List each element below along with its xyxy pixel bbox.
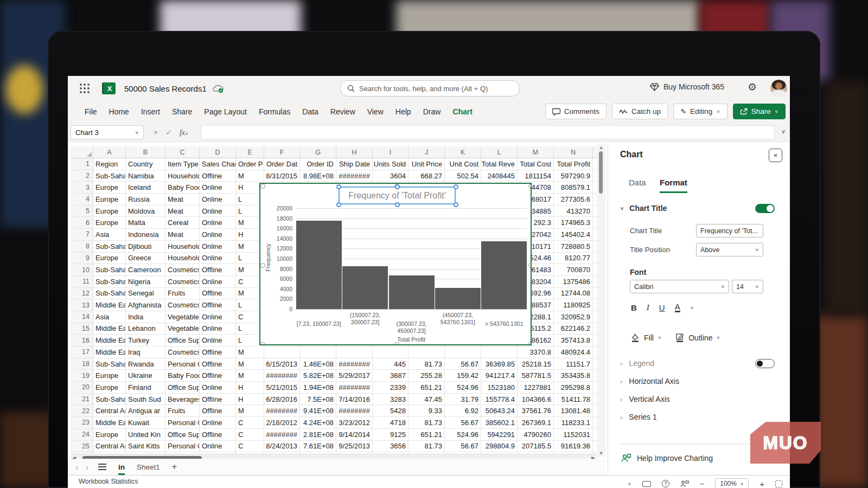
tab-data[interactable]: Data [629, 178, 646, 191]
cell[interactable]: 6/15/2013 [264, 358, 300, 370]
fullscreen-icon[interactable] [775, 480, 782, 487]
title-box-handle[interactable] [395, 184, 400, 189]
cell[interactable] [481, 346, 518, 358]
cell[interactable]: Personal C [165, 358, 200, 370]
cell[interactable]: 1180925 [554, 299, 593, 311]
cell[interactable]: 25218.15 [518, 358, 554, 370]
cell[interactable]: Europe [93, 370, 126, 381]
menu-item-insert[interactable]: Insert [135, 107, 166, 116]
cell[interactable]: Saint Kitts [126, 441, 165, 452]
chart-resize-handle[interactable] [394, 342, 399, 345]
cell[interactable]: 104366.6 [518, 394, 554, 405]
cell[interactable] [445, 452, 481, 453]
column-header-C[interactable]: C [165, 146, 200, 158]
cell[interactable]: Europe [93, 382, 126, 393]
cell[interactable]: Online [200, 194, 236, 205]
cell[interactable]: M [236, 370, 264, 381]
cell[interactable]: C [236, 417, 264, 428]
u-format-button[interactable]: U [659, 303, 665, 312]
chevron-down-icon[interactable]: ∨ [690, 305, 694, 310]
menu-item-home[interactable]: Home [103, 107, 135, 116]
cell[interactable]: 524.96 [445, 429, 481, 440]
scroll-up-icon[interactable]: ▲ [597, 145, 605, 150]
vscroll-thumb[interactable] [599, 151, 603, 194]
cell[interactable]: 3283 [373, 394, 409, 405]
comments-button[interactable]: Comments [545, 104, 607, 119]
cell[interactable]: Office Sup [165, 382, 200, 393]
cell[interactable]: 587781.5 [518, 370, 554, 381]
cell[interactable]: 8/24/2013 [264, 441, 300, 452]
select-all-corner[interactable] [71, 146, 93, 158]
cell[interactable]: Europe [93, 194, 126, 205]
cell[interactable]: 480924.4 [554, 346, 593, 358]
column-header-H[interactable]: H [336, 146, 373, 158]
title-box-handle[interactable] [454, 184, 458, 189]
cell[interactable] [373, 452, 409, 453]
cell[interactable] [300, 346, 336, 358]
cell[interactable]: H [236, 394, 264, 405]
cell[interactable]: Total Reve [481, 158, 518, 170]
cell[interactable]: ######## [336, 382, 373, 393]
cell[interactable]: 9/25/2013 [336, 441, 373, 452]
column-header-N[interactable]: N [554, 146, 593, 158]
cell[interactable]: Office Sup [165, 429, 200, 440]
cell[interactable]: 159.42 [445, 370, 481, 381]
cell[interactable]: 12744.08 [554, 288, 593, 299]
cell[interactable]: India [126, 311, 165, 323]
cell[interactable]: Units Sold [373, 158, 409, 170]
cell[interactable]: Asia [93, 311, 126, 323]
cell[interactable] [200, 452, 236, 453]
zoom-in-icon[interactable]: + [760, 479, 764, 488]
expand-formula-bar-icon[interactable]: ∨ [781, 128, 786, 135]
cell[interactable]: 2/18/2012 [264, 417, 300, 428]
cell[interactable]: 5428 [373, 405, 409, 416]
row-header-9[interactable]: 9 [71, 253, 93, 264]
row-header-23[interactable]: 23 [71, 417, 93, 428]
cell[interactable]: 728880.5 [554, 241, 593, 252]
cell[interactable]: Vegetable [165, 323, 200, 335]
cell[interactable]: 7.61E+08 [300, 441, 336, 452]
formula-input[interactable] [201, 125, 775, 139]
cell[interactable]: Offline [200, 358, 236, 370]
chevron-down-icon[interactable]: ∨ [628, 481, 631, 486]
row-header-25[interactable]: 25 [71, 441, 93, 452]
cell[interactable]: Cosmetics [165, 264, 200, 275]
help-improve-charting-link[interactable]: Help Improve Charting [621, 453, 713, 463]
cell[interactable]: 2408445 [481, 170, 518, 182]
legend-toggle[interactable] [755, 359, 775, 368]
cell[interactable]: Household [165, 241, 200, 252]
cell[interactable]: 6.92 [445, 405, 481, 416]
cell[interactable]: 91619.36 [554, 441, 593, 452]
cell[interactable]: 4.24E+08 [300, 417, 336, 428]
cell[interactable]: 622146.2 [554, 323, 593, 335]
cell[interactable]: 207185.5 [518, 441, 554, 452]
cell[interactable] [481, 452, 518, 453]
cell[interactable]: Total Cost [518, 158, 554, 170]
cell[interactable]: 3656 [373, 441, 409, 452]
cell[interactable]: 2.81E+08 [300, 429, 336, 440]
cell[interactable]: Sub-Sahar [93, 288, 126, 299]
cell[interactable]: Offline [200, 429, 236, 440]
sheet-tab-sheet1[interactable]: Sheet1 [137, 463, 160, 471]
row-header-24[interactable]: 24 [71, 429, 93, 440]
cell[interactable]: Cosmetics [165, 346, 200, 358]
cell[interactable]: Sub-Sahar [93, 170, 126, 182]
cell[interactable]: Europe [93, 206, 126, 217]
cell[interactable]: 47.45 [409, 394, 445, 405]
cell[interactable]: Afghanista [126, 299, 165, 311]
cell[interactable]: 524.96 [445, 382, 481, 393]
cell[interactable]: M [236, 405, 264, 416]
sheet-tab-in[interactable]: in [118, 463, 125, 471]
row-header-21[interactable]: 21 [71, 394, 93, 405]
cell[interactable]: 56.67 [445, 441, 481, 452]
cell[interactable]: Online [200, 382, 236, 393]
cell[interactable]: Offline [200, 288, 236, 299]
cell[interactable]: ######## [264, 429, 300, 440]
cell[interactable]: Online [200, 229, 236, 240]
cell[interactable]: Personal C [165, 417, 200, 428]
menu-item-chart[interactable]: Chart [446, 107, 478, 116]
cell[interactable]: Central An [93, 441, 126, 452]
cell[interactable]: Unit Cost [445, 158, 481, 170]
cell[interactable]: 51411.78 [554, 394, 593, 405]
font-family-select[interactable]: Calibri ∨ [630, 280, 729, 293]
